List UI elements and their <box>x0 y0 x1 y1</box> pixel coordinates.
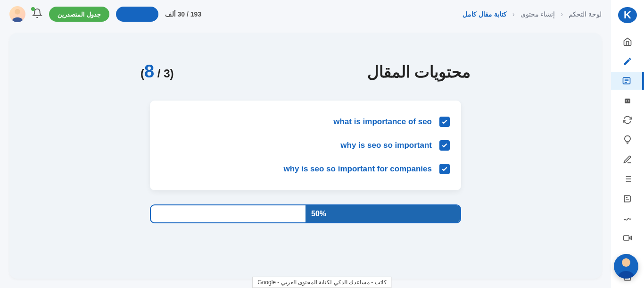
check-icon <box>441 166 448 172</box>
pencil-icon <box>623 57 632 66</box>
check-icon <box>441 142 448 149</box>
content-item[interactable]: what is importance of seo <box>161 110 450 134</box>
header-row: محتويات المقال (8 / 3) <box>140 61 471 82</box>
refresh-icon <box>623 115 632 125</box>
main-card: محتويات المقال (8 / 3) what is importanc… <box>9 33 602 279</box>
nav-news[interactable] <box>611 72 644 90</box>
main-area: محتويات المقال (8 / 3) what is importanc… <box>0 28 611 288</box>
content-item[interactable]: why is seo so important for companies <box>161 157 450 181</box>
nav-scribble[interactable] <box>617 210 638 228</box>
check-icon <box>441 119 448 125</box>
checkbox-checked[interactable] <box>439 164 450 174</box>
progress-label: 50% <box>311 210 326 218</box>
checkbox-checked[interactable] <box>439 117 450 127</box>
content-item-label: why is seo so important for companies <box>283 164 432 174</box>
support-avatar-button[interactable] <box>614 254 638 279</box>
list-icon <box>623 174 632 184</box>
breadcrumb-root[interactable]: لوحة التحكم <box>569 10 602 18</box>
scribble-icon <box>623 213 632 223</box>
notification-dot <box>31 7 35 11</box>
nav-refresh[interactable] <box>617 111 638 129</box>
svg-point-17 <box>15 9 20 15</box>
breadcrumbs: لوحة التحكم ‹ إنشاء محتوى ‹ كتابة مقال ك… <box>462 10 602 18</box>
svg-rect-15 <box>624 236 629 240</box>
progress-fill: 50% <box>305 205 460 222</box>
edit-icon <box>623 155 632 164</box>
video-icon <box>623 233 632 243</box>
step-counter: (8 / 3) <box>140 61 174 82</box>
home-icon <box>623 37 632 46</box>
page-title: محتويات المقال <box>367 62 471 81</box>
progress-bar-wrap: 50% <box>150 204 461 223</box>
leaderboard-button[interactable]: جدول المتصدرين <box>49 7 109 22</box>
browser-tooltip: Google - كاتب - مساعدك الذكي لكتابة المح… <box>252 277 391 288</box>
avatar-icon <box>9 6 25 22</box>
content-item[interactable]: why is seo so important <box>161 134 450 157</box>
notifications-button[interactable] <box>32 8 42 20</box>
nav-list[interactable] <box>617 170 638 188</box>
checkbox-checked[interactable] <box>439 140 450 151</box>
nav-video[interactable] <box>617 229 638 247</box>
nav-edit[interactable] <box>617 151 638 169</box>
usage-counter-text: 193 / 30 ألف <box>165 10 202 18</box>
nav-blog[interactable] <box>617 190 638 208</box>
lightbulb-icon <box>623 135 632 144</box>
newspaper-icon <box>622 76 631 85</box>
user-avatar[interactable] <box>9 6 25 22</box>
content-item-label: what is importance of seo <box>333 117 432 127</box>
robot-icon <box>623 96 632 105</box>
progress-bar: 50% <box>150 204 461 223</box>
nav-idea[interactable] <box>617 131 638 149</box>
topbar: لوحة التحكم ‹ إنشاء محتوى ‹ كتابة مقال ك… <box>0 0 611 28</box>
right-sidebar: K <box>611 0 644 288</box>
blog-icon <box>623 194 632 203</box>
svg-point-18 <box>622 258 630 267</box>
nav-robot[interactable] <box>617 92 638 110</box>
usage-pill <box>116 7 158 22</box>
nav-home[interactable] <box>617 33 638 51</box>
chevron-icon: ‹ <box>561 10 563 18</box>
topbar-left-controls: 193 / 30 ألف جدول المتصدرين <box>9 6 201 22</box>
content-item-label: why is seo so important <box>340 141 432 150</box>
svg-point-6 <box>628 100 629 102</box>
breadcrumb-current: كتابة مقال كامل <box>462 10 507 18</box>
svg-rect-4 <box>625 99 630 103</box>
app-logo[interactable]: K <box>618 7 637 23</box>
support-avatar-icon <box>614 254 638 279</box>
nav-pencil[interactable] <box>617 52 638 70</box>
breadcrumb-mid[interactable]: إنشاء محتوى <box>520 10 555 18</box>
svg-point-5 <box>626 100 627 102</box>
chevron-icon: ‹ <box>512 10 515 18</box>
content-list: what is importance of seo why is seo so … <box>150 101 461 190</box>
